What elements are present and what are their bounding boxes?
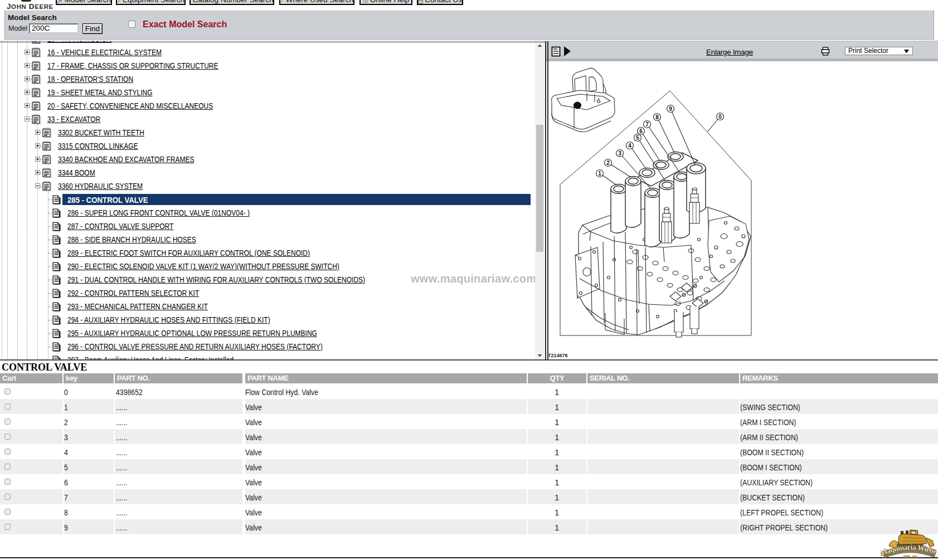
- svg-text:6: 6: [639, 128, 643, 134]
- svg-text:2: 2: [606, 160, 610, 166]
- svg-text:8: 8: [655, 114, 659, 120]
- svg-text:3: 3: [618, 150, 621, 157]
- svg-text:5: 5: [636, 135, 639, 141]
- svg-text:?: ?: [364, 0, 367, 3]
- svg-text:4: 4: [628, 143, 631, 149]
- svg-text:9: 9: [669, 106, 672, 112]
- svg-text:1: 1: [598, 171, 601, 177]
- svg-text:0: 0: [718, 114, 722, 120]
- svg-text:KM. 24: KM. 24: [903, 554, 917, 559]
- svg-text:7: 7: [645, 121, 649, 128]
